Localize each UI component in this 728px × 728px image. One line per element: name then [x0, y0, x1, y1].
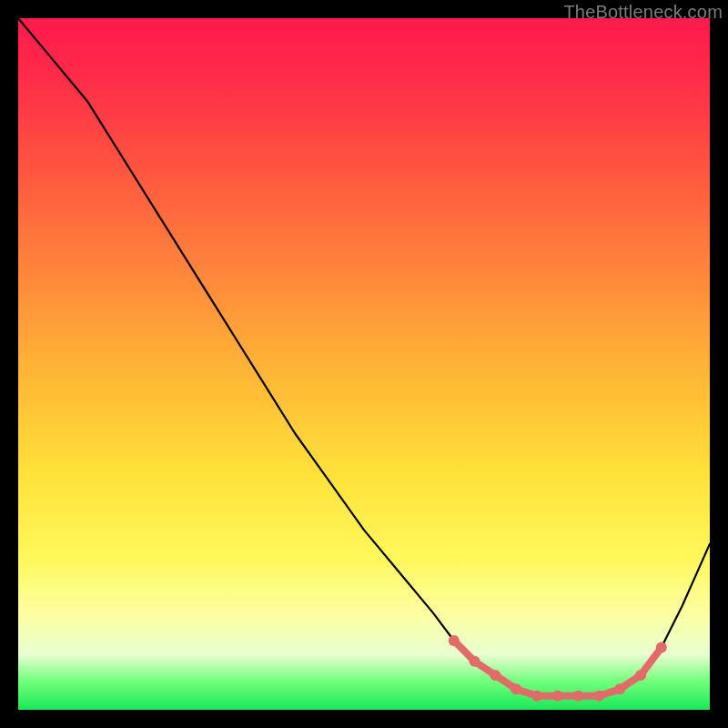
marker-dot: [511, 683, 521, 694]
marker-dot: [635, 670, 646, 681]
marker-dot: [593, 691, 604, 702]
bottleneck-curve: [18, 18, 710, 696]
marker-dot: [449, 635, 460, 646]
optimal-range-line: [454, 641, 662, 696]
marker-dot: [490, 670, 500, 681]
marker-dot: [614, 683, 625, 694]
marker-dot: [470, 656, 480, 667]
plot-area: [18, 18, 710, 710]
marker-dot: [656, 642, 667, 653]
outer-frame: TheBottleneck.com: [0, 0, 728, 728]
marker-dot: [573, 691, 584, 702]
marker-dot: [531, 691, 542, 702]
watermark-text: TheBottleneck.com: [563, 2, 723, 23]
chart-svg: [18, 18, 710, 710]
marker-dot: [552, 691, 563, 702]
